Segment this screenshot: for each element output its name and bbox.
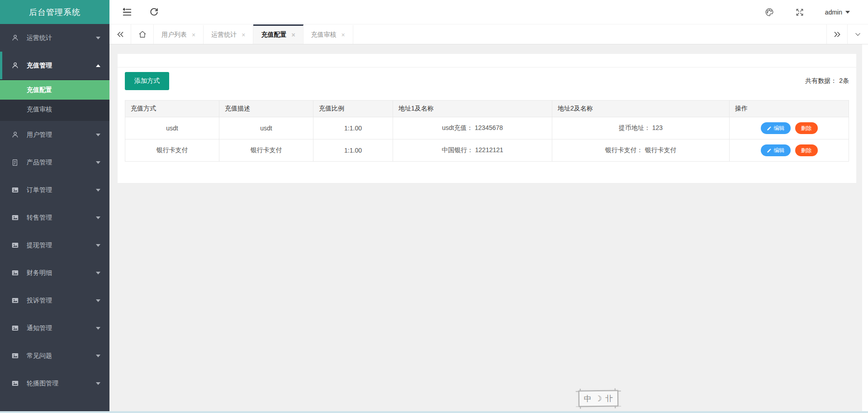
user-icon <box>11 34 21 42</box>
image-icon <box>11 213 21 222</box>
card-top-strip <box>118 54 856 67</box>
chevron-down-icon <box>96 216 100 219</box>
delete-button[interactable]: 删除 <box>795 144 818 156</box>
sidebar-menu: 运营统计 充值管理 充值配置 充值审核 用户管理 <box>0 24 109 413</box>
sidebar-item-label: 投诉管理 <box>27 297 96 305</box>
sidebar-item-label: 转售管理 <box>27 214 96 222</box>
col-header-method: 充值方式 <box>125 101 219 117</box>
tab-user-list[interactable]: 用户列表 × <box>154 24 204 44</box>
content-area: 添加方式 共有数据： 2条 充值方式 <box>109 44 868 413</box>
tab-label: 运营统计 <box>211 31 237 39</box>
pencil-icon <box>767 148 772 153</box>
tab-bar: 用户列表 × 运营统计 × 充值配置 × 充值审核 × <box>109 24 868 44</box>
cell-method: 银行卡支付 <box>125 139 219 162</box>
sidebar-item-label: 订单管理 <box>27 186 96 194</box>
table-toolbar: 添加方式 共有数据： 2条 <box>125 72 849 90</box>
cell-address2: 银行卡支付： 银行卡支付 <box>552 139 730 162</box>
sidebar-item-order-management[interactable]: 订单管理 <box>0 176 109 204</box>
chevron-down-icon <box>96 37 100 39</box>
sidebar-item-label: 用户管理 <box>27 131 96 139</box>
horizontal-scrollbar[interactable] <box>0 411 868 413</box>
total-count-label: 共有数据： <box>805 77 837 85</box>
sidebar-item-product-management[interactable]: 产品管理 <box>0 149 109 176</box>
col-header-actions: 操作 <box>730 101 849 117</box>
tabbar-spacer <box>353 24 826 44</box>
tabs-scroll-left-icon[interactable] <box>109 24 131 44</box>
user-name: admin <box>825 9 842 16</box>
col-header-ratio: 充值比例 <box>313 101 393 117</box>
close-icon[interactable]: × <box>242 32 245 38</box>
chevron-down-icon <box>96 134 100 136</box>
sidebar-fold-icon[interactable] <box>122 7 132 17</box>
close-icon[interactable]: × <box>291 32 295 38</box>
sidebar-item-finance-detail[interactable]: 财务明细 <box>0 259 109 287</box>
edit-button[interactable]: 编辑 <box>761 144 791 156</box>
refresh-icon[interactable] <box>149 7 159 17</box>
sidebar-item-user-management[interactable]: 用户管理 <box>0 121 109 149</box>
chevron-down-icon <box>96 189 100 192</box>
home-icon[interactable] <box>131 24 154 44</box>
image-icon <box>11 351 21 360</box>
cell-actions: 编辑 删除 <box>730 139 849 162</box>
tab-label: 充值审核 <box>311 31 337 39</box>
watermark-glyph: ☽ <box>595 394 602 403</box>
add-method-button[interactable]: 添加方式 <box>125 72 169 90</box>
theme-palette-icon[interactable] <box>764 7 774 17</box>
cell-actions: 编辑 删除 <box>730 117 849 139</box>
image-icon <box>11 296 21 305</box>
col-header-address2: 地址2及名称 <box>552 101 730 117</box>
sidebar-item-complaint-management[interactable]: 投诉管理 <box>0 287 109 314</box>
tab-recharge-config[interactable]: 充值配置 × <box>253 24 303 44</box>
sidebar-item-label: 充值管理 <box>27 62 96 70</box>
edit-button[interactable]: 编辑 <box>761 122 791 134</box>
tab-operation-stats[interactable]: 运营统计 × <box>204 24 253 44</box>
image-icon <box>11 379 21 388</box>
chevron-up-icon <box>96 64 100 67</box>
table-row: 银行卡支付 银行卡支付 1:1.00 中国银行： 12212121 银行卡支付：… <box>125 139 849 162</box>
sidebar-item-notice-management[interactable]: 通知管理 <box>0 314 109 342</box>
total-count: 共有数据： 2条 <box>805 77 849 85</box>
close-icon[interactable]: × <box>192 32 195 38</box>
delete-button[interactable]: 删除 <box>795 122 818 134</box>
sidebar-item-recharge-config[interactable]: 充值配置 <box>0 80 109 100</box>
cell-address1: usdt充值： 12345678 <box>393 117 552 139</box>
sidebar-item-label: 运营统计 <box>27 34 96 42</box>
user-icon <box>11 61 21 70</box>
chevron-down-icon <box>96 161 100 164</box>
cell-address2: 提币地址： 123 <box>552 117 730 139</box>
image-icon <box>11 269 21 277</box>
recharge-config-table: 充值方式 充值描述 充值比例 地址1及名称 地址2及名称 操作 usdt <box>125 100 849 162</box>
sidebar-item-label: 财务明细 <box>27 269 96 277</box>
sidebar-item-withdraw-management[interactable]: 提现管理 <box>0 231 109 259</box>
col-header-address1: 地址1及名称 <box>393 101 552 117</box>
app-root: 后台管理系统 运营统计 充值管理 充值配置 充值审核 <box>0 0 868 413</box>
sidebar-item-carousel-management[interactable]: 轮播图管理 <box>0 370 109 397</box>
sidebar: 后台管理系统 运营统计 充值管理 充值配置 充值审核 <box>0 0 109 413</box>
vertical-scrollbar[interactable] <box>862 44 868 411</box>
main-area: admin 用户列表 × 运营统计 × 充值配置 × <box>109 0 868 413</box>
caret-down-icon <box>845 11 850 14</box>
sidebar-item-label: 常见问题 <box>27 352 96 360</box>
tabs-scroll-right-icon[interactable] <box>826 24 847 44</box>
cell-description: usdt <box>219 117 313 139</box>
sidebar-item-recharge-review[interactable]: 充值审核 <box>0 100 109 119</box>
table-row: usdt usdt 1:1.00 usdt充值： 12345678 提币地址： … <box>125 117 849 139</box>
top-header: admin <box>109 0 868 24</box>
tabs-menu-chevron-icon[interactable] <box>847 24 868 44</box>
cell-address1: 中国银行： 12212121 <box>393 139 552 162</box>
tab-recharge-review[interactable]: 充值审核 × <box>304 24 353 44</box>
chevron-down-icon <box>96 382 100 385</box>
sidebar-item-resale-management[interactable]: 转售管理 <box>0 204 109 231</box>
image-icon <box>11 324 21 332</box>
tab-label: 用户列表 <box>161 31 187 39</box>
watermark-stamp: 中 ☽ 卝 <box>576 388 621 408</box>
user-dropdown[interactable]: admin <box>825 9 850 16</box>
sidebar-item-faq[interactable]: 常见问题 <box>0 342 109 370</box>
chevron-down-icon <box>96 272 100 274</box>
sidebar-item-operation-stats[interactable]: 运营统计 <box>0 24 109 52</box>
close-icon[interactable]: × <box>342 32 345 38</box>
sidebar-item-recharge-management[interactable]: 充值管理 <box>0 52 109 79</box>
fullscreen-icon[interactable] <box>795 8 804 17</box>
chevron-down-icon <box>96 244 100 247</box>
cell-ratio: 1:1.00 <box>313 139 393 162</box>
